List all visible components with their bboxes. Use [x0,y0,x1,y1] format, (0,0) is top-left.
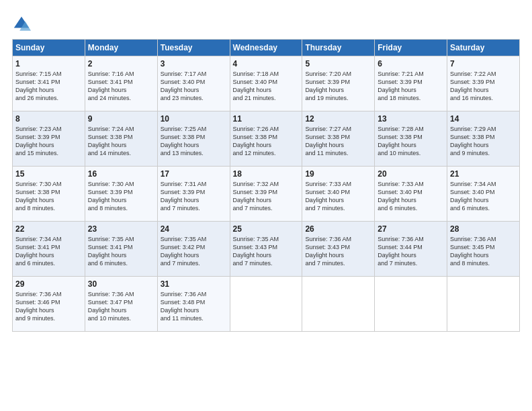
day-number: 2 [88,59,154,68]
cell-content: Sunrise: 7:25 AMSunset: 3:38 PMDaylight … [161,126,207,156]
day-header-sunday: Sunday [13,40,85,56]
calendar-cell [447,277,520,332]
cell-content: Sunrise: 7:24 AMSunset: 3:38 PMDaylight … [88,126,134,156]
calendar-cell: 6Sunrise: 7:21 AMSunset: 3:39 PMDaylight… [375,56,447,111]
calendar-cell: 31Sunrise: 7:36 AMSunset: 3:48 PMDayligh… [157,277,230,332]
calendar-week-4: 22Sunrise: 7:34 AMSunset: 3:41 PMDayligh… [13,222,520,277]
cell-content: Sunrise: 7:35 AMSunset: 3:43 PMDaylight … [233,236,279,267]
calendar-cell: 14Sunrise: 7:29 AMSunset: 3:38 PMDayligh… [447,111,520,167]
calendar-cell: 22Sunrise: 7:34 AMSunset: 3:41 PMDayligh… [13,222,85,277]
day-number: 3 [161,59,227,68]
calendar-cell: 8Sunrise: 7:23 AMSunset: 3:39 PMDaylight… [13,111,85,167]
calendar-cell: 30Sunrise: 7:36 AMSunset: 3:47 PMDayligh… [85,277,157,332]
cell-content: Sunrise: 7:16 AMSunset: 3:41 PMDaylight … [88,71,134,101]
cell-content: Sunrise: 7:36 AMSunset: 3:48 PMDaylight … [161,291,207,322]
cell-content: Sunrise: 7:20 AMSunset: 3:39 PMDaylight … [305,71,351,101]
day-number: 17 [161,169,227,179]
day-number: 26 [305,224,371,234]
logo [12,15,34,34]
cell-content: Sunrise: 7:34 AMSunset: 3:40 PMDaylight … [450,181,496,212]
day-number: 5 [305,59,371,68]
calendar-cell: 13Sunrise: 7:28 AMSunset: 3:38 PMDayligh… [375,111,447,167]
day-number: 8 [15,114,82,124]
day-number: 12 [305,114,371,124]
day-header-monday: Monday [85,40,157,56]
calendar-week-2: 8Sunrise: 7:23 AMSunset: 3:39 PMDaylight… [13,111,520,167]
cell-content: Sunrise: 7:31 AMSunset: 3:39 PMDaylight … [161,181,207,212]
day-number: 16 [88,169,154,179]
cell-content: Sunrise: 7:23 AMSunset: 3:39 PMDaylight … [15,126,62,156]
day-header-friday: Friday [375,40,447,56]
calendar-cell: 2Sunrise: 7:16 AMSunset: 3:41 PMDaylight… [85,56,157,111]
day-number: 13 [378,114,444,124]
header [12,12,520,34]
day-number: 24 [161,224,227,234]
day-number: 21 [450,169,517,179]
calendar-week-1: 1Sunrise: 7:15 AMSunset: 3:41 PMDaylight… [13,56,520,111]
cell-content: Sunrise: 7:36 AMSunset: 3:44 PMDaylight … [378,236,424,267]
cell-content: Sunrise: 7:22 AMSunset: 3:39 PMDaylight … [450,71,496,101]
day-number: 29 [15,279,82,289]
calendar-cell: 28Sunrise: 7:36 AMSunset: 3:45 PMDayligh… [447,222,520,277]
day-number: 9 [88,114,154,124]
day-header-saturday: Saturday [447,40,520,56]
cell-content: Sunrise: 7:18 AMSunset: 3:40 PMDaylight … [233,71,279,101]
day-number: 1 [15,59,82,68]
day-number: 15 [15,169,82,179]
calendar-cell: 12Sunrise: 7:27 AMSunset: 3:38 PMDayligh… [302,111,375,167]
cell-content: Sunrise: 7:27 AMSunset: 3:38 PMDaylight … [305,126,351,156]
calendar-cell: 11Sunrise: 7:26 AMSunset: 3:38 PMDayligh… [230,111,302,167]
day-number: 23 [88,224,154,234]
calendar-cell: 19Sunrise: 7:33 AMSunset: 3:40 PMDayligh… [302,167,375,222]
cell-content: Sunrise: 7:35 AMSunset: 3:41 PMDaylight … [88,236,134,267]
calendar-cell: 29Sunrise: 7:36 AMSunset: 3:46 PMDayligh… [13,277,85,332]
calendar-cell: 17Sunrise: 7:31 AMSunset: 3:39 PMDayligh… [157,167,230,222]
calendar-cell: 27Sunrise: 7:36 AMSunset: 3:44 PMDayligh… [375,222,447,277]
calendar-table: SundayMondayTuesdayWednesdayThursdayFrid… [12,39,520,332]
day-number: 27 [378,224,444,234]
calendar-cell: 21Sunrise: 7:34 AMSunset: 3:40 PMDayligh… [447,167,520,222]
day-header-tuesday: Tuesday [157,40,230,56]
cell-content: Sunrise: 7:36 AMSunset: 3:46 PMDaylight … [15,291,62,322]
cell-content: Sunrise: 7:32 AMSunset: 3:39 PMDaylight … [233,181,279,212]
page: SundayMondayTuesdayWednesdayThursdayFrid… [0,0,532,411]
cell-content: Sunrise: 7:36 AMSunset: 3:47 PMDaylight … [88,291,134,322]
calendar-cell [230,277,302,332]
cell-content: Sunrise: 7:36 AMSunset: 3:45 PMDaylight … [450,236,496,267]
calendar-cell: 7Sunrise: 7:22 AMSunset: 3:39 PMDaylight… [447,56,520,111]
calendar-cell: 20Sunrise: 7:33 AMSunset: 3:40 PMDayligh… [375,167,447,222]
day-number: 4 [233,59,300,68]
day-header-wednesday: Wednesday [230,40,302,56]
logo-icon [12,15,31,34]
day-number: 30 [88,279,154,289]
cell-content: Sunrise: 7:15 AMSunset: 3:41 PMDaylight … [15,71,62,101]
calendar-cell: 23Sunrise: 7:35 AMSunset: 3:41 PMDayligh… [85,222,157,277]
cell-content: Sunrise: 7:33 AMSunset: 3:40 PMDaylight … [305,181,351,212]
day-number: 31 [161,279,227,289]
cell-content: Sunrise: 7:30 AMSunset: 3:38 PMDaylight … [15,181,62,212]
cell-content: Sunrise: 7:17 AMSunset: 3:40 PMDaylight … [161,71,207,101]
day-number: 11 [233,114,300,124]
calendar-header-row: SundayMondayTuesdayWednesdayThursdayFrid… [13,40,520,56]
day-number: 18 [233,169,300,179]
calendar-cell: 25Sunrise: 7:35 AMSunset: 3:43 PMDayligh… [230,222,302,277]
cell-content: Sunrise: 7:33 AMSunset: 3:40 PMDaylight … [378,181,424,212]
calendar-cell: 4Sunrise: 7:18 AMSunset: 3:40 PMDaylight… [230,56,302,111]
calendar-cell: 18Sunrise: 7:32 AMSunset: 3:39 PMDayligh… [230,167,302,222]
cell-content: Sunrise: 7:35 AMSunset: 3:42 PMDaylight … [161,236,207,267]
calendar-cell: 3Sunrise: 7:17 AMSunset: 3:40 PMDaylight… [157,56,230,111]
calendar-cell: 5Sunrise: 7:20 AMSunset: 3:39 PMDaylight… [302,56,375,111]
day-number: 28 [450,224,517,234]
cell-content: Sunrise: 7:34 AMSunset: 3:41 PMDaylight … [15,236,62,267]
cell-content: Sunrise: 7:26 AMSunset: 3:38 PMDaylight … [233,126,279,156]
calendar-cell: 26Sunrise: 7:36 AMSunset: 3:43 PMDayligh… [302,222,375,277]
calendar-cell: 24Sunrise: 7:35 AMSunset: 3:42 PMDayligh… [157,222,230,277]
calendar-cell: 9Sunrise: 7:24 AMSunset: 3:38 PMDaylight… [85,111,157,167]
day-number: 10 [161,114,227,124]
calendar-cell: 10Sunrise: 7:25 AMSunset: 3:38 PMDayligh… [157,111,230,167]
day-number: 22 [15,224,82,234]
day-header-thursday: Thursday [302,40,375,56]
day-number: 20 [378,169,444,179]
day-number: 19 [305,169,371,179]
calendar-cell: 15Sunrise: 7:30 AMSunset: 3:38 PMDayligh… [13,167,85,222]
